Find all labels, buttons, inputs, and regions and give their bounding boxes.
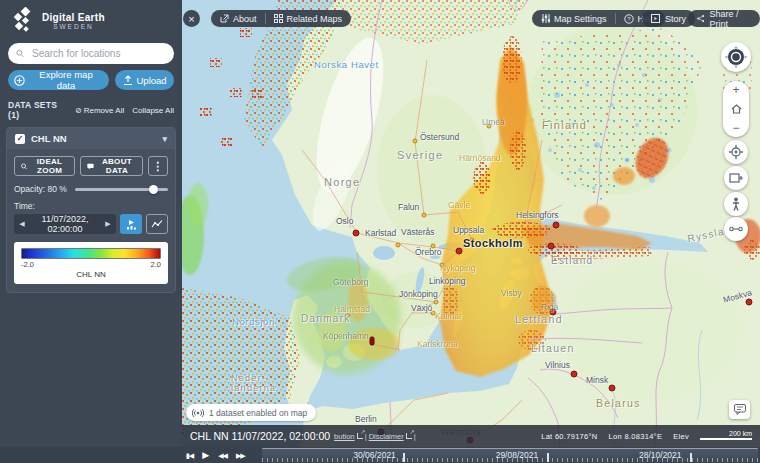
streetview-pegman-button[interactable] <box>724 192 748 216</box>
map-label-riga: Riga <box>541 303 558 312</box>
story-icon <box>651 14 660 23</box>
dataset-menu-button[interactable]: ⋮ <box>148 156 168 176</box>
timeline-bar: ▮◀ ▶ ◀◀ ▶▶ 30/06/2021 29/08/2021 28/10/2… <box>0 447 760 463</box>
active-dataset-time: CHL NN 11/07/2022, 02:00:00 <box>190 430 330 442</box>
map-label-norska-havet: Norska Havet <box>314 60 379 70</box>
close-sidebar-button[interactable]: × <box>183 10 200 27</box>
upload-button[interactable]: Upload <box>115 70 174 90</box>
attribution-links: bution | Disclaimer | <box>334 432 416 441</box>
divider <box>265 13 266 24</box>
map-label-berlin: Berlin <box>355 415 377 424</box>
map-label-jonkoping: Jönköping <box>399 290 438 299</box>
timeline-ticks <box>262 458 758 462</box>
map-label-goteborg: Göteborg <box>333 278 368 287</box>
map-label-litauen: Litauen <box>531 343 575 355</box>
location-search <box>8 43 174 64</box>
zoom-extent-button[interactable] <box>724 166 748 190</box>
map-label-falun: Falun <box>398 203 419 212</box>
related-maps-button[interactable]: Related Maps <box>274 14 343 24</box>
divider <box>615 13 616 24</box>
timeline-track[interactable]: 30/06/2021 29/08/2021 28/10/2021 <box>262 448 758 462</box>
explore-map-data-button[interactable]: Explore map data <box>8 70 109 90</box>
feedback-button[interactable] <box>729 400 750 419</box>
dataset-card-header[interactable]: ✓ CHL NN ▾ <box>7 128 175 149</box>
datasets-header: DATA SETS (1) <box>8 100 67 120</box>
disclaimer-link[interactable]: Disclaimer <box>369 432 404 441</box>
map-label-oslo: Oslo <box>336 217 353 226</box>
logo-title: Digital Earth <box>42 12 105 23</box>
share-icon <box>697 14 704 23</box>
compass-icon <box>724 45 748 69</box>
about-button[interactable]: About <box>220 14 257 24</box>
map-label-minsk: Minsk <box>586 376 608 385</box>
zoom-out-button[interactable]: − <box>732 122 739 134</box>
city-marker-ostersund <box>413 139 418 144</box>
map-settings-button[interactable]: Map Settings <box>541 14 607 24</box>
city-marker-stockholm <box>456 248 463 255</box>
city-marker-vilnius <box>571 371 578 378</box>
upload-icon <box>123 75 133 86</box>
map-area[interactable]: Norska Havet Nordsjön Sverige Norge Finl… <box>182 0 760 447</box>
colorbar-gradient <box>21 248 161 259</box>
map-label-gavle: Gävle <box>448 201 470 210</box>
legend-min: -2.0 <box>21 260 34 269</box>
play-button[interactable]: ▶ <box>202 451 209 460</box>
zoom-in-button[interactable]: + <box>732 84 739 96</box>
timeline-animate-button[interactable] <box>120 214 142 234</box>
chart-view-button[interactable] <box>146 214 168 234</box>
colorbar-legend: -2.0 2.0 CHL NN <box>14 242 168 284</box>
map-label-karlstad: Karlstad <box>365 229 396 238</box>
skip-to-start-button[interactable]: ▮◀ <box>186 452 193 459</box>
fast-forward-button[interactable]: ▶▶ <box>236 452 245 459</box>
time-label: Time: <box>14 201 168 211</box>
compass-gyro-control[interactable] <box>721 42 751 72</box>
collapse-all-button[interactable]: Collapse All <box>132 106 174 115</box>
time-stepper: ◀ 11/07/2022, 02:00:00 ▶ <box>14 214 116 234</box>
city-marker-karlstad <box>396 243 401 248</box>
legend-title: CHL NN <box>21 270 161 279</box>
chevron-down-icon[interactable]: ▾ <box>162 134 167 144</box>
plus-circle-icon <box>14 75 25 86</box>
close-icon: × <box>188 13 194 25</box>
map-label-danmark: Danmark <box>301 313 351 324</box>
ideal-zoom-button[interactable]: IDEAL ZOOM <box>14 156 75 176</box>
about-data-button[interactable]: ABOUT DATA <box>80 156 143 176</box>
remove-all-button[interactable]: ⊘Remove All <box>75 106 124 115</box>
map-label-belarus: Belarus <box>596 398 641 410</box>
status-bar: CHL NN 11/07/2022, 02:00:00 bution | Dis… <box>182 425 760 447</box>
dataset-checkbox[interactable]: ✓ <box>15 134 25 144</box>
map-label-nordsjon: Nordsjön <box>232 317 275 327</box>
attribution-link[interactable]: bution <box>334 432 354 441</box>
map-label-nykoping: Nyköping <box>440 264 475 273</box>
search-input[interactable] <box>30 47 166 60</box>
opacity-label: Opacity: 80 % <box>14 184 67 194</box>
chat-bubble-icon <box>87 162 94 171</box>
datasets-enabled-pill[interactable]: 1 dataset enabled on map <box>186 404 316 421</box>
locate-icon <box>729 145 743 159</box>
svg-text:?: ? <box>627 16 631 22</box>
map-label-nederlanderna: Neder- länderna <box>231 374 276 394</box>
city-marker-kopenhamn <box>370 337 375 346</box>
measure-button[interactable] <box>724 217 748 241</box>
map-label-norge: Norge <box>324 176 360 188</box>
latitude-readout: Lat 60.79176°N <box>541 432 597 441</box>
home-button[interactable] <box>731 104 742 114</box>
rewind-button[interactable]: ◀◀ <box>218 452 227 459</box>
zoom-control: + − <box>723 81 749 137</box>
city-marker-jonkoping <box>434 300 439 305</box>
map-label-karlskrona: Karlskrona <box>417 340 458 349</box>
map-label-helsingfors: Helsingfors <box>516 211 559 220</box>
time-next-button[interactable]: ▶ <box>100 220 116 228</box>
timeline-major-tick <box>403 453 405 462</box>
animate-chart-icon <box>126 219 137 230</box>
opacity-slider-thumb[interactable] <box>149 185 158 194</box>
locate-me-button[interactable] <box>724 140 748 164</box>
opacity-slider[interactable] <box>75 185 168 194</box>
map-label-kopenhamn: Köpenhamn <box>323 332 369 341</box>
city-marker-minsk <box>609 385 616 392</box>
time-prev-button[interactable]: ◀ <box>14 220 30 228</box>
map-label-sverige: Sverige <box>397 149 443 161</box>
about-relatedmaps-pill: About Related Maps <box>211 10 351 27</box>
time-value[interactable]: 11/07/2022, 02:00:00 <box>30 214 100 234</box>
share-print-button[interactable]: Share / Print <box>688 10 760 27</box>
